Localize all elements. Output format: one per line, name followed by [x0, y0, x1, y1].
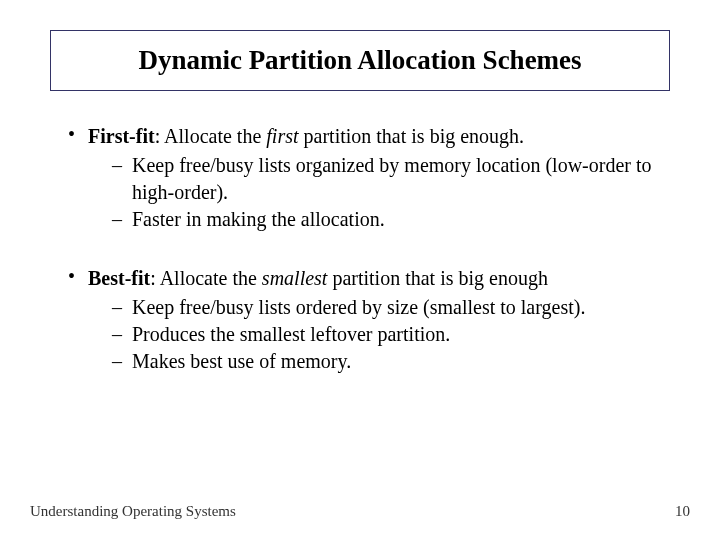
desc-before: : Allocate the: [150, 267, 262, 289]
bullet-body: Best-fit: Allocate the smallest partitio…: [88, 265, 660, 375]
dash-marker: –: [112, 206, 132, 233]
term-label: First-fit: [88, 125, 155, 147]
dash-marker: –: [112, 294, 132, 321]
bullet-body: First-fit: Allocate the first partition …: [88, 123, 660, 233]
sub-item: – Keep free/busy lists ordered by size (…: [112, 294, 660, 321]
page-title: Dynamic Partition Allocation Schemes: [63, 45, 657, 76]
content-area: • First-fit: Allocate the first partitio…: [50, 123, 670, 375]
desc-after: partition that is big enough: [327, 267, 548, 289]
bullet-marker: •: [68, 265, 88, 375]
dash-marker: –: [112, 321, 132, 348]
term-label: Best-fit: [88, 267, 150, 289]
bullet-marker: •: [68, 123, 88, 233]
spacer: [68, 237, 660, 265]
sub-text: Makes best use of memory.: [132, 348, 660, 375]
list-item: • Best-fit: Allocate the smallest partit…: [68, 265, 660, 375]
sub-item: – Faster in making the allocation.: [112, 206, 660, 233]
sub-text: Faster in making the allocation.: [132, 206, 660, 233]
title-box: Dynamic Partition Allocation Schemes: [50, 30, 670, 91]
sub-text: Keep free/busy lists organized by memory…: [132, 152, 660, 206]
desc-before: : Allocate the: [155, 125, 267, 147]
sub-list: – Keep free/busy lists ordered by size (…: [112, 294, 660, 375]
sub-item: – Produces the smallest leftover partiti…: [112, 321, 660, 348]
sub-list: – Keep free/busy lists organized by memo…: [112, 152, 660, 233]
emphasis: first: [266, 125, 298, 147]
list-item: • First-fit: Allocate the first partitio…: [68, 123, 660, 233]
dash-marker: –: [112, 152, 132, 206]
emphasis: smallest: [262, 267, 328, 289]
sub-item: – Makes best use of memory.: [112, 348, 660, 375]
footer-left: Understanding Operating Systems: [30, 503, 236, 520]
sub-text: Keep free/busy lists ordered by size (sm…: [132, 294, 660, 321]
desc-after: partition that is big enough.: [299, 125, 525, 147]
dash-marker: –: [112, 348, 132, 375]
sub-text: Produces the smallest leftover partition…: [132, 321, 660, 348]
sub-item: – Keep free/busy lists organized by memo…: [112, 152, 660, 206]
page-number: 10: [675, 503, 690, 520]
